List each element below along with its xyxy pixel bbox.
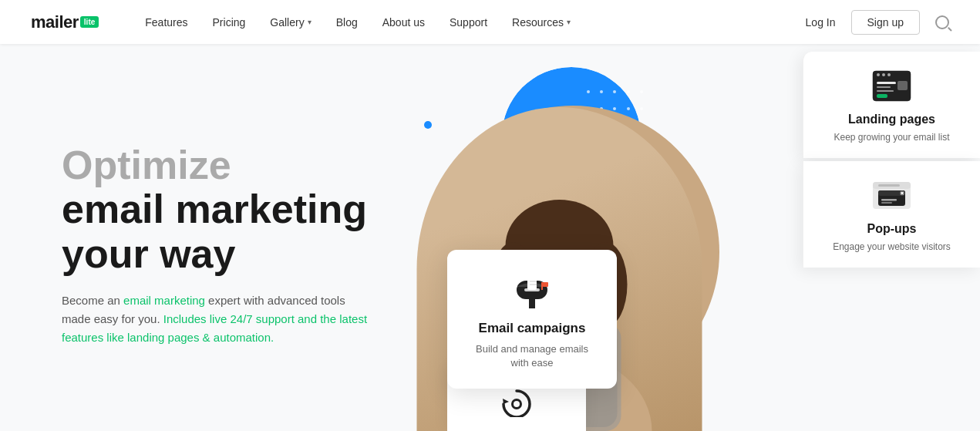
nav-blog[interactable]: Blog	[336, 16, 358, 29]
landing-pages-desc: Keep growing your email list	[819, 131, 965, 144]
navbar: mailerlite Features Pricing Gallery ▾ Bl…	[0, 0, 980, 44]
logo[interactable]: mailerlite	[31, 12, 99, 32]
nav-links: Features Pricing Gallery ▾ Blog About us…	[145, 16, 805, 29]
gallery-chevron-icon: ▾	[308, 18, 312, 26]
svg-rect-25	[877, 86, 891, 88]
nav-gallery[interactable]: Gallery ▾	[270, 16, 311, 29]
svg-rect-24	[877, 82, 896, 84]
signup-button[interactable]: Sign up	[851, 10, 920, 35]
svg-rect-28	[877, 94, 887, 98]
nav-features[interactable]: Features	[145, 16, 187, 29]
hero-title-optimize: Optimize	[62, 143, 231, 187]
svg-rect-35	[881, 202, 892, 204]
hero-title: Optimize email marketing your way	[62, 143, 370, 276]
popups-desc: Engage your website visitors	[819, 241, 965, 254]
svg-rect-26	[877, 90, 894, 92]
svg-rect-15	[543, 282, 548, 287]
blue-dot-decoration	[424, 121, 432, 129]
nav-pricing[interactable]: Pricing	[213, 16, 246, 29]
login-link[interactable]: Log In	[806, 16, 836, 29]
hero-right-cards: Landing pages Keep growing your email li…	[803, 44, 980, 431]
nav-resources[interactable]: Resources ▾	[512, 16, 571, 29]
email-campaigns-desc: Build and manage emails with ease	[470, 342, 594, 370]
email-campaigns-title: Email campaigns	[470, 321, 594, 336]
nav-actions: Log In Sign up	[806, 10, 949, 35]
svg-rect-27	[897, 81, 908, 90]
svg-rect-14	[541, 282, 543, 290]
landing-pages-icon	[871, 69, 913, 103]
svg-marker-16	[503, 399, 509, 404]
popups-card: Pop-ups Engage your website visitors	[803, 161, 980, 268]
hero-title-line1: email marketing	[62, 187, 367, 231]
search-icon[interactable]	[935, 15, 949, 29]
email-campaigns-card: Email campaigns Build and manage emails …	[447, 250, 617, 389]
nav-support[interactable]: Support	[450, 16, 487, 29]
email-campaigns-icon	[509, 271, 555, 310]
popups-icon	[871, 178, 913, 213]
hero-section: Optimize email marketing your way Become…	[0, 44, 980, 431]
svg-rect-34	[881, 199, 897, 201]
nav-about[interactable]: About us	[382, 16, 425, 29]
hero-subtitle: Become an email marketing expert with ad…	[62, 291, 370, 347]
subtitle-link-includes[interactable]: Includes live 24/7 support and the lates…	[62, 312, 367, 344]
svg-point-23	[887, 73, 891, 76]
automation-icon	[497, 385, 536, 417]
logo-text: mailer	[31, 12, 79, 32]
hero-title-line2: your way	[62, 231, 235, 276]
svg-point-22	[882, 73, 885, 76]
svg-rect-31	[878, 184, 900, 187]
popups-title: Pop-ups	[819, 222, 965, 236]
subtitle-link-email[interactable]: email marketing	[123, 294, 205, 307]
resources-chevron-icon: ▾	[567, 18, 571, 26]
hero-center: Email campaigns Build and manage emails …	[401, 44, 803, 431]
hero-left: Optimize email marketing your way Become…	[0, 44, 401, 431]
landing-pages-title: Landing pages	[819, 113, 965, 126]
logo-badge: lite	[80, 16, 99, 28]
svg-point-21	[877, 73, 880, 76]
svg-point-18	[514, 401, 520, 407]
svg-rect-11	[527, 278, 537, 290]
landing-pages-card: Landing pages Keep growing your email li…	[803, 52, 980, 158]
